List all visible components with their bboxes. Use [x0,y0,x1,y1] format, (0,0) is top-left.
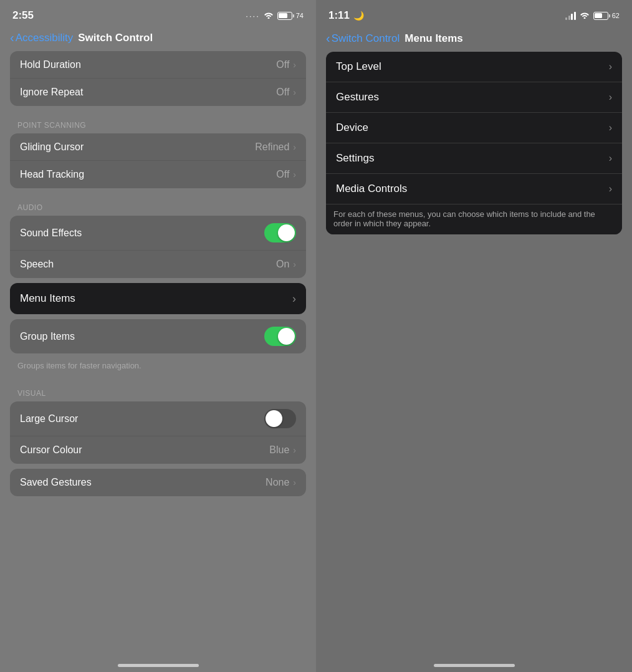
gestures-row[interactable]: Gestures › [326,82,622,113]
point-scanning-group: Gliding Cursor Refined › Head Tracking O… [10,133,306,188]
group-items-row[interactable]: Group Items [10,319,306,353]
moon-icon: 🌙 [353,11,364,21]
hold-duration-value: Off › [276,59,296,70]
saved-gestures-label: Saved Gestures [20,477,92,488]
speech-label: Speech [20,259,54,270]
right-back-button[interactable]: ‹ Switch Control [326,31,400,46]
right-back-label: Switch Control [332,32,400,45]
left-home-indicator [118,664,199,667]
top-level-row[interactable]: Top Level › [326,52,622,82]
visual-section: VISUAL Large Cursor Cursor Colour Blue › [10,379,306,464]
saved-gestures-group: Saved Gestures None › [10,469,306,496]
audio-group: Sound Effects Speech On › [10,216,306,278]
left-status-icons: ···· 74 [246,11,304,21]
right-time: 1:11 [328,9,350,22]
ignore-repeat-row[interactable]: Ignore Repeat Off › [10,79,306,106]
right-nav-bar: ‹ Switch Control Menu Items [316,27,632,52]
right-battery-icon: 62 [593,12,620,20]
wifi-icon [264,11,274,21]
gliding-cursor-value: Refined › [255,142,296,153]
left-nav-bar: ‹ Accessibility Switch Control [0,27,316,51]
right-nav-title: Menu Items [405,32,463,45]
visual-label: VISUAL [10,379,306,401]
top-level-chevron-icon: › [609,61,612,72]
left-panel: 2:55 ···· 74 ‹ Accessibility Switch Cont… [0,0,316,672]
speech-value: On › [276,259,296,270]
saved-gestures-row[interactable]: Saved Gestures None › [10,469,306,496]
gliding-cursor-chevron-icon: › [293,142,296,152]
ignore-repeat-value: Off › [276,87,296,98]
signal-bars-icon [565,11,576,20]
cursor-colour-chevron-icon: › [293,445,296,455]
left-content: Hold Duration Off › Ignore Repeat Off › … [0,51,316,659]
group-items-toggle[interactable] [264,327,296,346]
head-tracking-row[interactable]: Head Tracking Off › [10,161,306,188]
device-label: Device [336,122,368,134]
right-status-icons: 62 [565,11,620,21]
menu-items-label: Menu Items [20,292,75,305]
settings-row[interactable]: Settings › [326,143,622,174]
left-back-chevron-icon: ‹ [10,31,14,45]
head-tracking-label: Head Tracking [20,169,84,180]
speech-chevron-icon: › [293,259,296,269]
left-battery-icon: 74 [277,12,304,20]
left-status-bar: 2:55 ···· 74 [0,0,316,27]
group-items-group: Group Items [10,319,306,353]
right-panel: 1:11 🌙 62 [316,0,632,672]
audio-section: AUDIO Sound Effects Speech On › [10,193,306,278]
large-cursor-row[interactable]: Large Cursor [10,401,306,436]
saved-gestures-value: None › [266,477,296,488]
gestures-chevron-icon: › [609,92,612,103]
media-controls-label: Media Controls [336,183,407,195]
gliding-cursor-row[interactable]: Gliding Cursor Refined › [10,133,306,161]
right-wifi-icon [580,11,590,21]
group-items-label: Group Items [20,331,75,342]
left-back-button[interactable]: ‹ Accessibility [10,31,73,45]
ignore-repeat-label: Ignore Repeat [20,87,83,98]
menu-items-row[interactable]: Menu Items › [10,283,306,314]
head-tracking-chevron-icon: › [293,170,296,180]
left-battery-pct: 74 [296,12,304,19]
sound-effects-row[interactable]: Sound Effects [10,216,306,251]
settings-chevron-icon: › [609,153,612,164]
right-back-chevron-icon: ‹ [326,31,330,46]
gestures-label: Gestures [336,91,379,103]
media-controls-chevron-icon: › [609,183,612,194]
hold-ignore-group: Hold Duration Off › Ignore Repeat Off › [10,51,306,106]
head-tracking-value: Off › [276,169,296,180]
signal-dots: ···· [246,11,259,21]
device-chevron-icon: › [609,122,612,133]
device-row[interactable]: Device › [326,113,622,143]
left-back-label: Accessibility [16,32,74,44]
left-time: 2:55 [12,9,34,22]
point-scanning-label: POINT SCANNING [10,111,306,133]
group-items-note: Groups items for faster navigation. [10,358,306,377]
menu-items-chevron-icon: › [292,292,296,305]
right-status-left: 1:11 🌙 [328,9,364,22]
settings-label: Settings [336,152,374,165]
large-cursor-label: Large Cursor [20,413,78,425]
visual-group: Large Cursor Cursor Colour Blue › [10,401,306,464]
right-battery-pct: 62 [612,12,620,19]
audio-label: AUDIO [10,193,306,216]
saved-gestures-chevron-icon: › [293,478,296,487]
left-nav-title: Switch Control [78,32,153,44]
sound-effects-toggle[interactable] [264,223,296,242]
top-level-label: Top Level [336,60,381,73]
ignore-repeat-chevron-icon: › [293,87,296,97]
hold-duration-label: Hold Duration [20,59,81,70]
hold-duration-chevron-icon: › [293,60,296,70]
sound-effects-label: Sound Effects [20,228,82,239]
right-status-bar: 1:11 🌙 62 [316,0,632,27]
large-cursor-toggle[interactable] [264,409,296,428]
cursor-colour-value: Blue › [269,444,296,456]
cursor-colour-label: Cursor Colour [20,444,82,456]
media-controls-row[interactable]: Media Controls › [326,174,622,204]
gliding-cursor-label: Gliding Cursor [20,142,84,153]
cursor-colour-row[interactable]: Cursor Colour Blue › [10,436,306,464]
point-scanning-section: POINT SCANNING Gliding Cursor Refined › … [10,111,306,188]
speech-row[interactable]: Speech On › [10,251,306,278]
right-content: Top Level › Gestures › Device › Settings… [316,52,632,659]
hold-duration-row[interactable]: Hold Duration Off › [10,51,306,79]
right-home-indicator [434,664,515,667]
